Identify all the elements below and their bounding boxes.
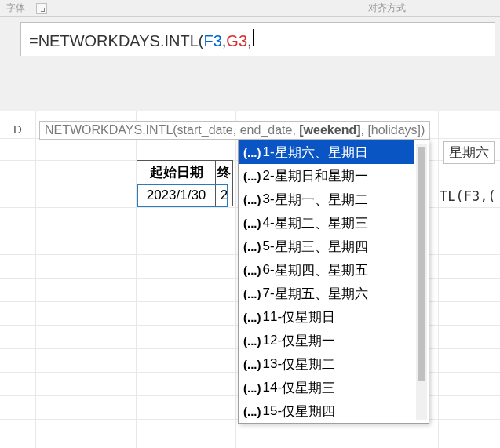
ribbon-group-font: 字体 [0, 2, 31, 15]
ribbon-group-align: 对齐方式 [362, 2, 500, 15]
dropdown-item-11[interactable]: (...)11 - 仅星期日 [239, 305, 414, 329]
constant-icon: (...) [243, 146, 261, 159]
weekend-description-tooltip: 星期六 [443, 141, 495, 164]
ribbon-group-row: 字体 对齐方式 [0, 0, 500, 17]
constant-icon: (...) [243, 334, 261, 348]
table-row: 2023/1/30 2 [137, 184, 233, 206]
dropdown-item-12[interactable]: (...)12 - 仅星期一 [239, 329, 414, 352]
data-table: 起始日期 终 2023/1/30 2 [137, 160, 233, 206]
dropdown-item-3[interactable]: (...)3 - 星期一、星期二 [239, 188, 414, 211]
column-header-d[interactable]: D [13, 122, 22, 136]
partial-cell-text: TL(F3,( [440, 188, 496, 204]
dropdown-item-15[interactable]: (...)15 - 仅星期四 [239, 399, 414, 423]
constant-icon: (...) [243, 240, 261, 253]
weekend-autocomplete-dropdown[interactable]: (...)1 - 星期六、星期日 (...)2 - 星期日和星期一 (...)3… [238, 140, 429, 424]
spreadsheet-grid[interactable]: D NETWORKDAYS.INTL(start_date, end_date,… [0, 111, 500, 448]
dropdown-item-14[interactable]: (...)14 - 仅星期三 [239, 376, 414, 399]
constant-icon: (...) [243, 405, 261, 418]
dropdown-scrollbar[interactable] [416, 144, 427, 420]
function-signature-tooltip[interactable]: NETWORKDAYS.INTL(start_date, end_date, [… [39, 121, 430, 140]
constant-icon: (...) [243, 217, 261, 230]
dialog-launcher-icon[interactable] [36, 3, 47, 14]
header-end-date[interactable]: 终 [216, 161, 233, 184]
constant-icon: (...) [243, 381, 261, 395]
cell-end-date[interactable]: 2 [216, 184, 233, 206]
dropdown-item-13[interactable]: (...)13 - 仅星期二 [239, 352, 414, 376]
constant-icon: (...) [243, 193, 261, 206]
dropdown-item-1[interactable]: (...)1 - 星期六、星期日 [239, 140, 414, 164]
dropdown-item-2[interactable]: (...)2 - 星期日和星期一 [239, 164, 414, 188]
constant-icon: (...) [243, 287, 261, 300]
constant-icon: (...) [243, 264, 261, 277]
constant-icon: (...) [243, 169, 261, 183]
scrollbar-thumb[interactable] [418, 147, 425, 381]
formula-text: =NETWORKDAYS.INTL(F3,G3, [29, 29, 254, 50]
dropdown-item-7[interactable]: (...)7 - 星期五、星期六 [239, 282, 414, 305]
table-row: 起始日期 终 [137, 161, 233, 184]
formula-bar[interactable]: =NETWORKDAYS.INTL(F3,G3, [20, 22, 495, 56]
constant-icon: (...) [243, 358, 261, 371]
header-start-date[interactable]: 起始日期 [137, 161, 216, 184]
dropdown-item-6[interactable]: (...)6 - 星期四、星期五 [239, 258, 414, 282]
constant-icon: (...) [243, 311, 261, 324]
dropdown-item-5[interactable]: (...)5 - 星期三、星期四 [239, 235, 414, 258]
cell-start-date[interactable]: 2023/1/30 [137, 184, 216, 206]
text-cursor-icon [253, 29, 254, 46]
dropdown-item-4[interactable]: (...)4 - 星期二、星期三 [239, 211, 414, 235]
